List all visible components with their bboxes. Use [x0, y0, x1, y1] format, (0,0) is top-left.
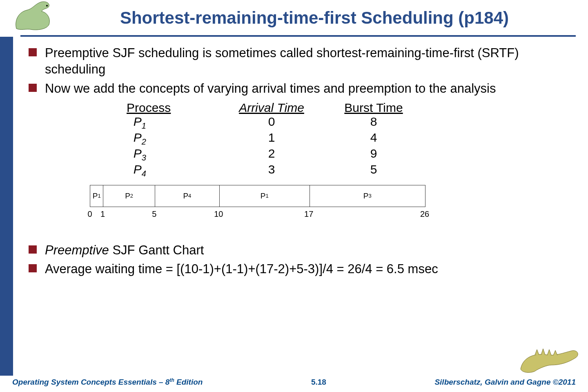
footer-left-sup: th — [169, 377, 174, 383]
gantt-segment: P2 — [103, 185, 155, 207]
dinosaur-bottom-icon — [519, 341, 580, 377]
bullet3-rest: SJF Gantt Chart — [109, 243, 204, 257]
bullet3-italic: Preemptive — [45, 243, 109, 257]
page-title: Shortest-remaining-time-first Scheduling… — [57, 8, 572, 28]
dinosaur-top-icon — [12, 0, 61, 33]
arrival-time: 2 — [216, 147, 327, 163]
burst-time: 9 — [327, 147, 421, 163]
gantt-tick: 17 — [304, 209, 313, 219]
sidebar-accent — [0, 37, 13, 376]
bullet-text: Average waiting time = [(10-1)+(1-1)+(17… — [45, 261, 438, 277]
title-divider — [20, 35, 576, 37]
gantt-segment: P1 — [220, 185, 310, 207]
gantt-segment: P1 — [90, 185, 103, 207]
process-name: P1 — [127, 115, 216, 131]
footer-page-number: 5.18 — [311, 378, 326, 387]
bullet-icon — [29, 264, 37, 272]
arrival-time: 3 — [216, 163, 327, 178]
footer: Operating System Concepts Essentials – 8… — [0, 374, 588, 392]
table-row: P108 — [127, 115, 572, 131]
gantt-tick: 1 — [100, 209, 105, 219]
process-name: P4 — [127, 163, 216, 178]
gantt-segment: P3 — [310, 185, 425, 207]
bullet-icon — [29, 84, 37, 92]
col-header-burst: Burst Time — [344, 101, 403, 114]
table-row: P435 — [127, 163, 572, 178]
arrival-time: 0 — [216, 115, 327, 131]
burst-time: 5 — [327, 163, 421, 178]
burst-time: 8 — [327, 115, 421, 131]
col-header-process: Process — [127, 101, 171, 114]
arrival-time: 1 — [216, 131, 327, 147]
footer-left-suffix: Edition — [174, 378, 203, 387]
bullet-icon — [29, 48, 37, 56]
bullet-text: Preemptive SJF scheduling is sometimes c… — [45, 45, 572, 78]
gantt-segment: P4 — [155, 185, 220, 207]
table-row: P214 — [127, 131, 572, 147]
bullet-text: Preemptive SJF Gantt Chart — [45, 242, 204, 258]
table-row: P329 — [127, 147, 572, 163]
bullet-item-3: Preemptive SJF Gantt Chart — [29, 242, 572, 258]
process-name: P3 — [127, 147, 216, 163]
bullet-icon — [29, 245, 37, 254]
gantt-tick: 10 — [214, 209, 223, 219]
col-header-arrival: Arrival Time — [239, 101, 304, 114]
bullet-item-4: Average waiting time = [(10-1)+(1-1)+(17… — [29, 261, 572, 277]
process-name: P2 — [127, 131, 216, 147]
footer-left-prefix: Operating System Concepts Essentials – 8 — [12, 378, 169, 387]
gantt-chart: P1P2P4P1P3 015101726 — [90, 185, 425, 222]
gantt-bar: P1P2P4P1P3 — [90, 185, 425, 207]
gantt-tick: 26 — [420, 209, 429, 219]
svg-point-0 — [46, 5, 48, 7]
bullet-item-1: Preemptive SJF scheduling is sometimes c… — [29, 45, 572, 78]
gantt-tick: 0 — [87, 209, 92, 219]
burst-time: 4 — [327, 131, 421, 147]
process-table: Process Arrival Time Burst Time P108 P21… — [127, 101, 572, 178]
table-header-row: Process Arrival Time Burst Time — [127, 101, 572, 115]
bullet-text: Now we add the concepts of varying arriv… — [45, 80, 496, 97]
footer-left: Operating System Concepts Essentials – 8… — [12, 377, 203, 387]
footer-right: Silberschatz, Galvin and Gagne ©2011 — [434, 378, 576, 387]
content-area: Preemptive SJF scheduling is sometimes c… — [29, 45, 572, 280]
gantt-ticks: 015101726 — [90, 209, 425, 222]
gantt-tick: 5 — [152, 209, 156, 219]
bullet-item-2: Now we add the concepts of varying arriv… — [29, 80, 572, 97]
